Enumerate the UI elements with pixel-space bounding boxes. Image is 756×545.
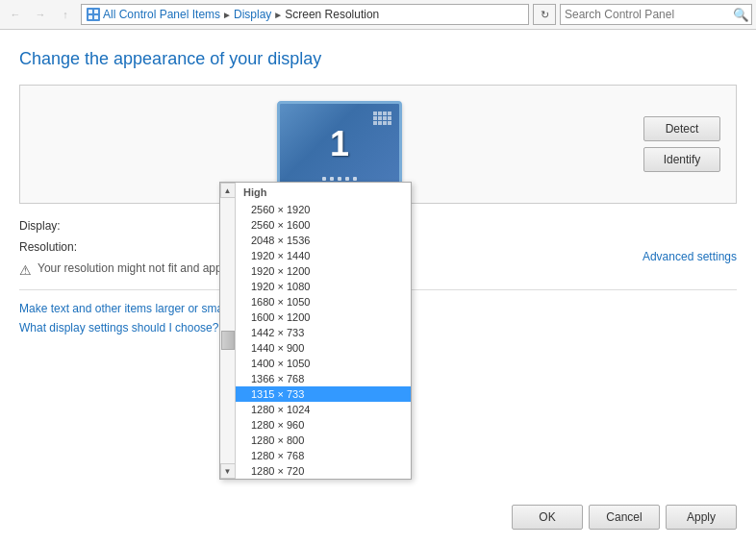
dropdown-item[interactable]: 1280 × 720	[236, 463, 411, 479]
breadcrumb: All Control Panel Items ► Display ► Scre…	[81, 4, 529, 25]
svg-rect-2	[94, 10, 98, 13]
cancel-button[interactable]: Cancel	[589, 505, 660, 530]
breadcrumb-display[interactable]: Display	[234, 8, 271, 21]
dropdown-item[interactable]: 1315 × 733	[236, 386, 411, 402]
dropdown-item[interactable]: 1400 × 1050	[236, 356, 411, 371]
dropdown-section-high: High	[236, 183, 411, 202]
control-panel-icon	[86, 7, 101, 22]
dropdown-item[interactable]: 1442 × 733	[236, 325, 411, 340]
svg-rect-4	[94, 15, 98, 19]
detect-identify-buttons: Detect Identify	[643, 116, 720, 172]
dropdown-scrollbar: ▲ ▼	[220, 183, 236, 479]
bottom-buttons: OK Cancel Apply	[512, 505, 737, 530]
search-box: 🔍	[560, 4, 752, 25]
resolution-label: Resolution:	[19, 240, 115, 254]
dropdown-list: High 2560 × 19202560 × 16002048 × 153619…	[236, 183, 411, 479]
dropdown-item[interactable]: 1920 × 1440	[236, 248, 411, 263]
page-title: Change the appearance of your display	[19, 49, 737, 69]
dropdown-item[interactable]: 1366 × 768	[236, 371, 411, 386]
address-bar: ← → ↑ All Control Panel Items ► Display …	[0, 0, 756, 30]
dropdown-item[interactable]: 2560 × 1920	[236, 202, 411, 217]
scroll-up-arrow[interactable]: ▲	[220, 183, 236, 198]
dropdown-item[interactable]: 1440 × 900	[236, 340, 411, 356]
svg-rect-3	[88, 15, 92, 19]
dropdown-item[interactable]: 1920 × 1080	[236, 279, 411, 294]
dropdown-item[interactable]: 1280 × 960	[236, 417, 411, 433]
refresh-button[interactable]: ↻	[533, 4, 556, 25]
svg-rect-1	[88, 10, 92, 13]
main-content: Change the appearance of your display 1	[0, 30, 756, 545]
scrollbar-thumb[interactable]	[221, 331, 235, 350]
dropdown-item[interactable]: 1680 × 1050	[236, 294, 411, 310]
breadcrumb-sep-1: ►	[222, 10, 232, 20]
search-input[interactable]	[561, 8, 730, 21]
dropdown-item[interactable]: 2560 × 1600	[236, 217, 411, 233]
breadcrumb-all-control-panel[interactable]: All Control Panel Items	[103, 8, 220, 21]
dropdown-item[interactable]: 2048 × 1536	[236, 233, 411, 248]
monitor-number: 1	[330, 124, 349, 164]
dropdown-items-container: 2560 × 19202560 × 16002048 × 15361920 × …	[236, 202, 411, 479]
nav-buttons: ← → ↑	[4, 3, 77, 26]
ok-button[interactable]: OK	[512, 505, 583, 530]
svg-rect-0	[87, 8, 100, 21]
display-label: Display:	[19, 219, 115, 233]
advanced-settings-link[interactable]: Advanced settings	[643, 250, 737, 263]
resolution-dropdown[interactable]: ▲ ▼ High 2560 × 19202560 × 16002048 × 15…	[219, 182, 412, 480]
monitor-grid	[373, 111, 391, 125]
dropdown-item[interactable]: 1280 × 1024	[236, 402, 411, 417]
up-button[interactable]: ↑	[54, 3, 77, 26]
dropdown-item[interactable]: 1920 × 1200	[236, 263, 411, 279]
dropdown-item[interactable]: 1280 × 768	[236, 448, 411, 463]
identify-button[interactable]: Identify	[643, 147, 720, 172]
apply-button[interactable]: Apply	[666, 505, 737, 530]
back-button[interactable]: ←	[4, 3, 27, 26]
scroll-down-arrow[interactable]: ▼	[220, 463, 236, 479]
warning-icon: ⚠	[19, 262, 32, 278]
scrollbar-track	[220, 198, 235, 463]
dropdown-item[interactable]: 1600 × 1200	[236, 310, 411, 325]
detect-button[interactable]: Detect	[643, 116, 720, 141]
dropdown-item[interactable]: 1280 × 800	[236, 433, 411, 448]
breadcrumb-sep-2: ►	[273, 10, 283, 20]
monitor-graphic: 1	[277, 101, 402, 187]
forward-button[interactable]: →	[29, 3, 52, 26]
search-button[interactable]: 🔍	[730, 5, 751, 24]
breadcrumb-screen-resolution: Screen Resolution	[285, 8, 379, 21]
